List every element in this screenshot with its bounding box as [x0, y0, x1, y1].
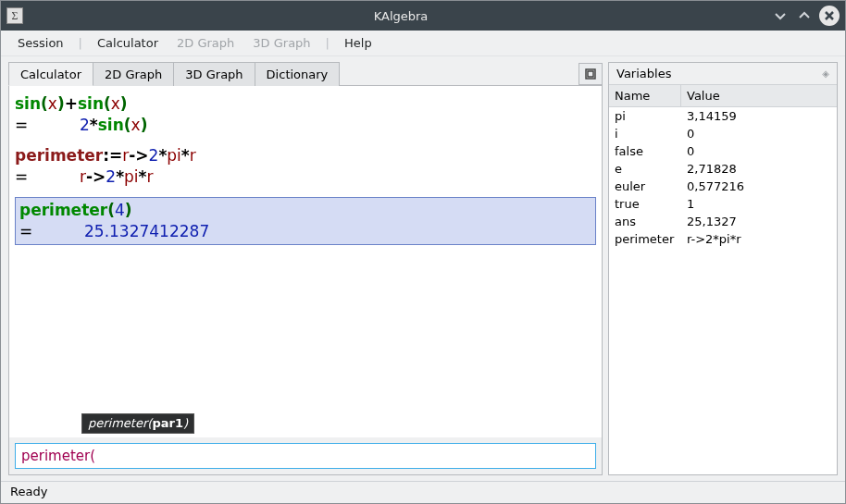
token-op: := — [103, 146, 122, 165]
token-num: 2 — [80, 116, 90, 134]
tab-2d-graph[interactable]: 2D Graph — [93, 62, 174, 86]
output-entry[interactable]: sin(x)+sin(x) =2*sin(x) — [15, 93, 596, 136]
token-paren: ( — [124, 116, 131, 134]
tab-overflow-button[interactable] — [579, 63, 603, 85]
token-var: r — [190, 146, 196, 165]
token-paren: ) — [141, 116, 148, 134]
token-fn: sin — [78, 94, 104, 113]
variable-name: e — [615, 162, 687, 176]
tab-dictionary[interactable]: Dictionary — [255, 62, 341, 86]
output-entry[interactable]: perimeter:=r->2*pi*r =r->2*pi*r — [15, 145, 596, 188]
token-op: + — [65, 94, 78, 113]
variable-row[interactable]: perimeterr->2*pi*r — [609, 230, 837, 248]
result-value: 25.1327412287 — [84, 222, 209, 240]
token-paren: ) — [125, 201, 132, 219]
variable-value: 0 — [687, 127, 831, 141]
menu-separator: | — [73, 36, 88, 50]
variable-row[interactable]: e2,71828 — [609, 160, 837, 178]
variables-table-header: Name Value — [609, 84, 837, 107]
token-fn: sin — [15, 94, 41, 113]
variable-name: ans — [615, 215, 687, 228]
content-area: Calculator 2D Graph 3D Graph Dictionary … — [1, 56, 845, 481]
tab-bar: Calculator 2D Graph 3D Graph Dictionary — [8, 62, 603, 86]
variable-value: 2,71828 — [687, 162, 831, 176]
token-arrow: -> — [129, 146, 148, 165]
token-num: 2 — [106, 167, 116, 186]
menu-separator: | — [320, 36, 335, 50]
token-fn: perimeter — [19, 201, 107, 219]
calculator-panel: sin(x)+sin(x) =2*sin(x) perimeter:=r->2*… — [8, 85, 603, 475]
token-op: * — [158, 146, 167, 165]
token-op: * — [90, 116, 98, 134]
output-area[interactable]: sin(x)+sin(x) =2*sin(x) perimeter:=r->2*… — [9, 86, 602, 437]
app-icon: Σ — [6, 7, 23, 24]
variable-row[interactable]: i0 — [609, 125, 837, 142]
main-column: Calculator 2D Graph 3D Graph Dictionary … — [8, 62, 603, 475]
close-button[interactable] — [819, 6, 840, 26]
token-num: 4 — [115, 201, 125, 219]
output-entry-selected[interactable]: perimeter(4) =25.1327412287 — [15, 197, 596, 245]
svg-rect-3 — [588, 71, 593, 77]
token-fn: sin — [98, 116, 124, 134]
minimize-button[interactable] — [771, 6, 790, 25]
maximize-button[interactable] — [795, 6, 814, 25]
autocomplete-tooltip: perimeter(par1) — [81, 413, 194, 434]
input-value: perimeter( — [21, 448, 95, 464]
titlebar: Σ KAlgebra — [1, 1, 845, 31]
menubar: Session | Calculator 2D Graph 3D Graph |… — [1, 31, 845, 56]
variable-name: i — [615, 127, 687, 141]
token-paren: ) — [57, 94, 65, 113]
variable-row[interactable]: false0 — [609, 142, 837, 160]
variable-value: 1 — [687, 197, 831, 211]
variable-row[interactable]: ans25,1327 — [609, 213, 837, 230]
tab-calculator[interactable]: Calculator — [8, 62, 93, 86]
token-var: x — [131, 116, 141, 134]
equals-label: = — [19, 221, 84, 242]
window-controls — [771, 6, 840, 26]
token-var: x — [48, 94, 57, 113]
equals-label: = — [15, 166, 80, 188]
variable-row[interactable]: euler0,577216 — [609, 178, 837, 195]
expression-input[interactable]: perimeter( — [15, 443, 596, 469]
menu-2d-graph[interactable]: 2D Graph — [168, 32, 243, 54]
variable-row[interactable]: true1 — [609, 195, 837, 213]
variable-value: r->2*pi*r — [687, 232, 831, 246]
token-var: pi — [167, 146, 181, 165]
variable-value: 25,1327 — [687, 215, 831, 228]
token-op: * — [116, 167, 124, 186]
token-kw: perimeter — [15, 146, 103, 165]
equals-label: = — [15, 115, 80, 136]
status-text: Ready — [10, 485, 47, 498]
variable-value: 3,14159 — [687, 109, 831, 123]
token-var: x — [111, 94, 120, 113]
token-var: pi — [124, 167, 139, 186]
variable-value: 0 — [687, 144, 831, 158]
variable-value: 0,577216 — [687, 179, 831, 193]
variables-panel: Variables ◈ Name Value pi3,14159i0false0… — [608, 62, 838, 475]
token-paren: ( — [104, 94, 111, 113]
token-var: r — [146, 167, 153, 186]
variable-name: false — [615, 144, 687, 158]
variables-title: Variables — [616, 67, 822, 80]
menu-calculator[interactable]: Calculator — [88, 32, 168, 54]
token-paren: ( — [107, 201, 115, 219]
tab-3d-graph[interactable]: 3D Graph — [173, 62, 255, 86]
token-var: r — [80, 167, 86, 186]
variables-panel-header[interactable]: Variables ◈ — [609, 63, 837, 84]
panel-grip-icon[interactable]: ◈ — [822, 68, 829, 79]
variables-table-body[interactable]: pi3,14159i0false0e2,71828euler0,577216tr… — [609, 107, 837, 474]
variable-row[interactable]: pi3,14159 — [609, 107, 837, 125]
token-paren: ) — [120, 94, 128, 113]
col-header-value[interactable]: Value — [681, 85, 837, 106]
variable-name: pi — [615, 109, 687, 123]
token-op: * — [181, 146, 190, 165]
variable-name: perimeter — [615, 232, 687, 246]
token-num: 2 — [149, 146, 159, 165]
menu-3d-graph[interactable]: 3D Graph — [243, 32, 319, 54]
window-title: KAlgebra — [31, 9, 771, 23]
token-paren: ( — [41, 94, 48, 113]
status-bar: Ready — [1, 481, 845, 503]
menu-help[interactable]: Help — [335, 32, 381, 54]
menu-session[interactable]: Session — [8, 32, 73, 54]
col-header-name[interactable]: Name — [609, 85, 681, 106]
